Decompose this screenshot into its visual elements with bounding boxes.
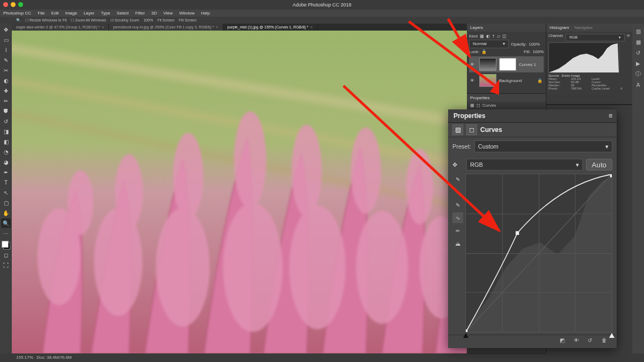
opt-btn[interactable]: Fill Screen [179,17,196,24]
white-point-slider[interactable] [609,333,614,338]
menu-item[interactable]: Layer [84,11,94,16]
zoom-tool-icon[interactable]: 🔍 [1,218,11,228]
refresh-icon[interactable]: ⟳ [627,34,630,41]
marquee-tool-icon[interactable]: ▭ [1,35,11,45]
dodge-tool-icon[interactable]: ◕ [1,157,11,167]
menu-item[interactable]: Filter [135,11,145,16]
zoom-level[interactable]: 155.17% [16,355,33,360]
menu-item[interactable]: Image [65,11,77,16]
adjustment-thumb[interactable] [479,58,496,71]
edit-toolbar-icon[interactable]: ⋯ [1,228,11,238]
crop-tool-icon[interactable]: ✂ [1,65,11,75]
opt-check[interactable]: ☐ Resize Windows to Fit [25,17,67,24]
opt-check[interactable]: ☑ Scrubby Zoom [111,17,139,24]
clip-to-layer-icon[interactable]: ◩ [560,337,569,346]
blur-tool-icon[interactable]: ◔ [1,147,11,157]
doc-size[interactable]: Doc: 38.4M/76.8M [36,355,71,360]
swatches-dock-icon[interactable]: ▦ [634,38,642,46]
type-tool-icon[interactable]: T [1,178,11,187]
layer-name[interactable]: Background [499,78,522,83]
close-tab-icon[interactable]: × [216,25,218,29]
fill-value[interactable]: 100% [533,49,544,54]
document-tab[interactable]: eagle-lake-winter-2 @ 47.5% (Group 1, RG… [12,24,109,31]
quickmask-icon[interactable]: ◻ [1,250,11,260]
blend-mode-select[interactable]: Normal▾ [469,40,509,48]
curves-icon[interactable]: ▧ [452,124,463,135]
eraser-tool-icon[interactable]: ◨ [1,127,11,136]
eyedropper-tool-icon[interactable]: ◐ [1,76,11,85]
screenmode-icon[interactable]: ⛶ [1,260,11,270]
menu-item[interactable]: Photoshop CC [3,11,31,16]
channel-select[interactable]: RGB▾ [466,159,583,171]
color-swatch[interactable] [2,241,10,249]
layer-thumb[interactable] [479,74,496,87]
menu-item[interactable]: Help [201,11,210,16]
filter-type-icon[interactable]: T [492,34,495,39]
curves-graph[interactable] [465,174,612,333]
lock-icon[interactable]: 🔒 [481,49,487,54]
char-dock-icon[interactable]: A [634,80,642,89]
visibility-icon[interactable]: 👁 [470,78,477,83]
history-brush-tool-icon[interactable]: ↺ [1,116,11,126]
panel-menu-icon[interactable]: ≡ [609,109,612,122]
reset-icon[interactable]: ↺ [588,337,597,346]
zoom-tool-icon[interactable]: 🔍 [16,17,21,24]
stamp-tool-icon[interactable]: ⛊ [1,106,11,116]
filter-adjust-icon[interactable]: ◐ [486,34,490,39]
menu-item[interactable]: Type [101,11,110,16]
close-icon[interactable] [3,2,8,7]
minimize-icon[interactable] [11,2,16,7]
panel-tab[interactable]: Properties [470,95,489,100]
actions-dock-icon[interactable]: ▶ [634,59,642,68]
quick-select-tool-icon[interactable]: ✎ [1,55,11,65]
lasso-tool-icon[interactable]: ⌇ [1,45,11,55]
opacity-value[interactable]: 100% [529,42,539,47]
document-tab[interactable]: pemdstock-buy-in.jpg @ 250% (Color Fill … [109,24,223,31]
document-tab[interactable]: purple_mist (1).jpg @ 155% (Curves 1, RG… [223,24,318,31]
history-dock-icon[interactable]: ↺ [634,48,642,57]
pen-tool-icon[interactable]: ✒ [1,167,11,177]
menu-item[interactable]: File [38,11,45,16]
draw-curve-icon[interactable]: ✏ [452,225,463,236]
move-tool-icon[interactable]: ✥ [1,25,11,34]
close-tab-icon[interactable]: × [102,25,104,29]
panel-tab[interactable]: Navigator [574,25,592,30]
maximize-icon[interactable] [18,2,23,7]
toggle-visibility-icon[interactable]: 👁 [574,337,583,346]
mask-thumb[interactable] [499,58,516,71]
eyedropper-gray-icon[interactable]: ✎ [452,187,463,197]
gradient-tool-icon[interactable]: ◧ [1,137,11,146]
layer-row[interactable]: 👁 Background 🔒 [469,72,544,88]
visibility-icon[interactable]: 👁 [470,62,477,67]
preset-select[interactable]: Custom▾ [474,141,612,152]
info-dock-icon[interactable]: ⓘ [634,70,642,78]
point-curve-icon[interactable]: ∿ [452,212,463,223]
menu-item[interactable]: Select [117,11,129,16]
eyedropper-white-icon[interactable]: ✎ [452,200,463,210]
healing-tool-icon[interactable]: ✚ [1,86,11,95]
channel-select[interactable]: RGB▾ [566,34,625,41]
window-controls[interactable] [3,2,23,7]
layer-row[interactable]: 👁 Curves 1 [469,56,544,72]
menu-item[interactable]: View [164,11,173,16]
target-adjust-icon[interactable]: ✥ [452,161,463,168]
layer-name[interactable]: Curves 1 [519,62,536,67]
menu-item[interactable]: 3D [151,11,157,16]
auto-button[interactable]: Auto [586,159,612,171]
opt-check[interactable]: ☐ Zoom All Windows [71,17,106,24]
close-tab-icon[interactable]: × [311,25,313,29]
delete-icon[interactable]: 🗑 [602,337,611,346]
menu-item[interactable]: Edit [51,11,58,16]
brush-tool-icon[interactable]: ✏ [1,96,11,106]
mask-icon[interactable]: ◻ [466,124,477,135]
panel-title[interactable]: Properties ≡ [448,109,617,123]
menu-item[interactable]: Window [179,11,194,16]
filter-pixel-icon[interactable]: ▦ [480,34,484,39]
panel-tab[interactable]: Histogram [550,25,569,30]
eyedropper-black-icon[interactable]: ✎ [452,174,463,184]
document-canvas[interactable] [12,31,467,353]
filter-smart-icon[interactable]: ◫ [502,34,507,39]
opt-btn[interactable]: 100% [143,17,153,24]
opt-btn[interactable]: Fit Screen [157,17,174,24]
panel-tab[interactable]: Layers [470,25,483,30]
